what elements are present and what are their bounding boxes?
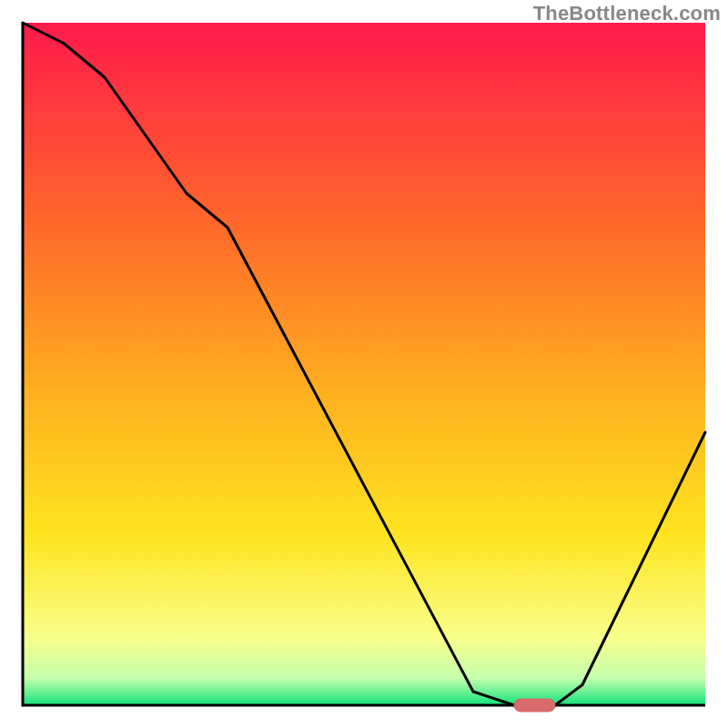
optimum-marker — [514, 699, 555, 712]
plot-background — [23, 23, 705, 705]
watermark-text: TheBottleneck.com — [533, 2, 721, 25]
chart-container: TheBottleneck.com — [0, 0, 728, 728]
chart-svg — [0, 0, 728, 728]
